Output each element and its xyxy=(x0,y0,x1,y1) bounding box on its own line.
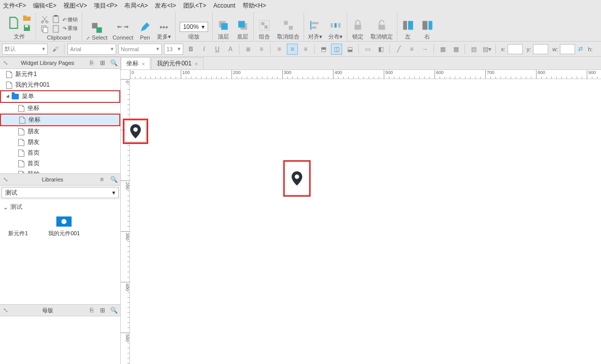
fill-color-button[interactable]: ◧ xyxy=(375,44,386,55)
search-icon[interactable]: 🔍 xyxy=(110,176,117,183)
valign-bottom-button[interactable]: ⬓ xyxy=(344,44,355,55)
library-item[interactable]: 我的元件001 xyxy=(48,216,80,237)
close-icon[interactable]: × xyxy=(142,61,145,67)
open-icon[interactable] xyxy=(22,13,31,22)
weight-select[interactable]: Normal▾ xyxy=(118,44,162,55)
tree-item[interactable]: 新元件1 xyxy=(0,69,120,80)
location-pin-widget[interactable] xyxy=(125,121,146,142)
undo-label[interactable]: 撤销 xyxy=(68,16,78,23)
padding-button[interactable]: ▤ xyxy=(468,44,479,55)
bullets-button[interactable]: ≣ xyxy=(243,44,254,55)
valign-top-button[interactable]: ⬒ xyxy=(318,44,329,55)
menu-help[interactable]: 帮助<H> xyxy=(243,2,266,10)
send-back-icon[interactable] xyxy=(236,19,249,32)
expand-arrow-icon[interactable] xyxy=(6,94,11,99)
lock-icon[interactable] xyxy=(351,19,364,32)
tree-item[interactable]: 朋友 xyxy=(0,126,120,137)
size-select[interactable]: 13▾ xyxy=(164,44,183,55)
collapse-icon[interactable]: ⤡ xyxy=(3,307,8,314)
y-input[interactable] xyxy=(533,44,548,54)
style-select[interactable]: 默认▾ xyxy=(2,44,48,55)
library-category[interactable]: ⌄测试 xyxy=(3,203,117,211)
redo-icon[interactable]: ↷ xyxy=(62,26,66,31)
undo-icon[interactable]: ↶ xyxy=(62,17,66,23)
line-style-button[interactable]: ╱ xyxy=(393,44,404,55)
line-spacing-button[interactable]: ≡ xyxy=(256,44,267,55)
menu-publish[interactable]: 发布<I> xyxy=(155,2,176,10)
redo-label[interactable]: 重做 xyxy=(68,25,78,32)
tree-item[interactable]: 我的元件001 xyxy=(0,80,120,90)
paste2-icon[interactable] xyxy=(51,24,60,33)
more-icon[interactable]: ••• xyxy=(159,23,168,32)
menu-file[interactable]: 文件<F> xyxy=(3,2,26,10)
document-tab[interactable]: 我的元件001× xyxy=(151,57,203,69)
document-tab[interactable]: 坐标× xyxy=(121,57,150,69)
menu-layout[interactable]: 布局<A> xyxy=(124,2,148,10)
connect-icon[interactable] xyxy=(116,20,129,33)
align-right-button[interactable]: ≡ xyxy=(300,44,311,55)
tree-item[interactable]: 我的 xyxy=(0,169,120,173)
w-input[interactable] xyxy=(560,44,575,54)
menu-icon[interactable]: ≡ xyxy=(100,176,107,183)
dock-left-icon[interactable] xyxy=(402,19,415,32)
menu-account[interactable]: Account xyxy=(213,2,235,9)
library-item[interactable]: 新元件1 xyxy=(8,216,28,237)
pen-icon[interactable] xyxy=(139,20,152,33)
zoom-select[interactable]: 100%▾ xyxy=(180,22,208,32)
collapse-icon[interactable]: ⤡ xyxy=(3,176,8,183)
fill-button[interactable]: ▭ xyxy=(362,44,373,55)
bring-front-icon[interactable] xyxy=(217,19,230,32)
tree-item[interactable]: 菜单 xyxy=(1,91,119,102)
line-width-button[interactable]: ≡ xyxy=(406,44,417,55)
tree-item[interactable]: 首页 xyxy=(0,148,120,158)
library-select[interactable]: 测试▾ xyxy=(2,187,119,198)
cut-icon[interactable] xyxy=(40,15,49,24)
format-painter-icon[interactable]: 🖌 xyxy=(50,44,61,55)
menu-view[interactable]: 视图<V> xyxy=(63,2,87,10)
lock-ratio-icon[interactable]: ⇄ xyxy=(578,46,583,52)
tree-item[interactable]: 坐标 xyxy=(0,103,120,114)
search-icon[interactable]: 🔍 xyxy=(110,59,117,66)
tree-item[interactable]: 首页 xyxy=(0,158,120,169)
distribute-icon[interactable] xyxy=(329,19,342,32)
canvas[interactable] xyxy=(130,79,601,364)
add-folder-icon[interactable]: ⊞ xyxy=(100,59,107,66)
arrow-button[interactable]: → xyxy=(419,44,430,55)
valign-middle-button[interactable]: ◫ xyxy=(331,44,342,55)
group-icon[interactable] xyxy=(258,19,271,32)
bold-button[interactable]: B xyxy=(185,44,196,55)
copy-icon[interactable] xyxy=(40,24,49,33)
font-select[interactable]: Arial▾ xyxy=(68,44,116,55)
border2-button[interactable]: ▦ xyxy=(450,44,461,55)
menu-team[interactable]: 团队<T> xyxy=(183,2,206,10)
add-master-icon[interactable]: ⎘ xyxy=(90,307,97,314)
unlock-icon[interactable] xyxy=(375,19,388,32)
save-icon[interactable] xyxy=(22,23,31,32)
dock-right-icon[interactable] xyxy=(421,19,434,32)
align-icon[interactable] xyxy=(309,19,322,32)
close-icon[interactable]: × xyxy=(194,61,197,67)
border-button[interactable]: ▦ xyxy=(437,44,448,55)
ungroup-icon[interactable] xyxy=(282,19,295,32)
text-color-button[interactable]: A xyxy=(225,44,236,55)
align-left-button[interactable]: ≡ xyxy=(274,44,285,55)
search-icon[interactable]: 🔍 xyxy=(110,307,117,314)
italic-button[interactable]: I xyxy=(198,44,210,55)
x-input[interactable] xyxy=(508,44,523,54)
align-label[interactable]: 对齐▾ xyxy=(308,33,322,41)
add-page-icon[interactable]: ⎘ xyxy=(90,59,97,66)
distribute-label[interactable]: 分布▾ xyxy=(328,33,343,41)
more-label[interactable]: 更多▾ xyxy=(157,33,171,41)
add-folder-icon[interactable]: ⊞ xyxy=(100,307,107,314)
tree-item[interactable]: 坐标 xyxy=(1,115,119,125)
paste-icon[interactable] xyxy=(51,15,60,24)
underline-button[interactable]: U xyxy=(212,44,223,55)
align-center-button[interactable]: ≡ xyxy=(287,44,298,55)
menu-project[interactable]: 项目<P> xyxy=(94,2,117,10)
menu-edit[interactable]: 编辑<E> xyxy=(33,2,56,10)
padding2-button[interactable]: ▤▾ xyxy=(481,44,492,55)
collapse-icon[interactable]: ⤡ xyxy=(3,59,8,66)
new-file-icon[interactable] xyxy=(7,16,20,29)
tree-item[interactable]: 朋友 xyxy=(0,137,120,148)
select-icon[interactable] xyxy=(90,21,104,34)
